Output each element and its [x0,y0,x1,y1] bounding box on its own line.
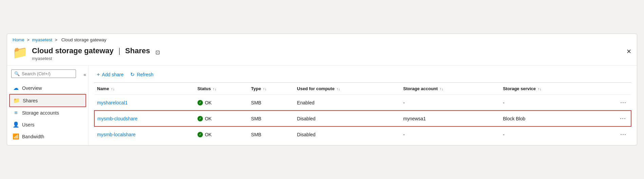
more-button[interactable]: ··· [618,98,628,107]
collapse-button[interactable]: « [81,71,88,78]
col-header-actions [596,83,631,95]
refresh-button[interactable]: ↻ Refresh [128,70,156,79]
col-header-type: Type ↑↓ [248,83,295,95]
sort-icon-name[interactable]: ↑↓ [111,87,115,91]
share-name-link[interactable]: mysharelocal1 [97,100,128,105]
sort-icon-compute[interactable]: ↑↓ [337,87,340,91]
table-row[interactable]: mysmb-localshare✓OKSMBDisabled--··· [94,126,631,142]
cell-more: ··· [596,95,631,111]
cell-name: mysmb-localshare [94,126,195,142]
resource-icon: 📁 [13,46,28,59]
sidebar-item-users[interactable]: 👤 Users [7,119,88,131]
add-share-label: Add share [102,72,124,77]
status-ok-icon: ✓ [197,132,203,137]
cell-compute: Disabled [294,111,400,126]
search-input[interactable] [22,71,73,76]
cell-status: ✓OK [195,95,248,111]
sidebar: 🔍 « ☁ Overview 📁 Shares ≡ Storage accoun… [7,65,89,145]
folder-icon: 📁 [13,97,20,104]
cloud-icon: ☁ [13,85,19,91]
shares-table-container: Name ↑↓ Status ↑↓ Type ↑↓ [94,82,631,142]
sidebar-item-overview[interactable]: ☁ Overview [7,82,88,94]
cell-storage-service: Block Blob [500,111,596,126]
sidebar-item-shares[interactable]: 📁 Shares [9,94,86,107]
close-button[interactable]: ✕ [626,48,631,55]
sort-icon-type[interactable]: ↑↓ [263,87,267,91]
add-share-button[interactable]: + Add share [94,70,126,79]
plus-icon: + [97,72,100,78]
status-ok-icon: ✓ [197,116,203,121]
share-name-link[interactable]: mysmb-cloudshare [97,116,137,121]
breadcrumb-current: Cloud storage gateway [61,37,107,42]
page-header: 📁 Cloud storage gateway | Shares myasete… [7,44,637,65]
toolbar: + Add share ↻ Refresh [94,65,631,82]
breadcrumb-home[interactable]: Home [13,37,24,42]
cell-type: SMB [248,111,295,126]
breadcrumb-myasetest[interactable]: myasetest [32,37,52,42]
cell-name: mysharelocal1 [94,95,195,111]
table-row[interactable]: mysharelocal1✓OKSMBEnabled--··· [94,95,631,111]
cell-compute: Disabled [294,126,400,142]
screen-icon-button[interactable]: ⊡ [154,48,161,57]
table-row[interactable]: mysmb-cloudshare✓OKSMBDisabledmynewsa1Bl… [94,111,631,126]
sidebar-label-overview: Overview [22,85,42,91]
cell-type: SMB [248,95,295,111]
sort-icon-storage-account[interactable]: ↑↓ [440,87,443,91]
sidebar-label-shares: Shares [23,98,38,103]
col-header-compute: Used for compute ↑↓ [294,83,400,95]
search-icon: 🔍 [14,71,20,76]
status-text: OK [205,116,212,121]
search-box[interactable]: 🔍 [11,69,76,78]
sidebar-label-storage-accounts: Storage accounts [22,110,59,116]
refresh-icon: ↻ [130,72,135,78]
sort-icon-status[interactable]: ↑↓ [213,87,216,91]
col-header-name: Name ↑↓ [94,83,195,95]
cell-more: ··· [596,111,631,126]
status-ok-icon: ✓ [197,100,203,105]
more-button[interactable]: ··· [618,114,628,123]
page-title: Cloud storage gateway | Shares [32,46,150,55]
sort-icon-storage-service[interactable]: ↑↓ [538,87,542,91]
storage-icon: ≡ [13,110,19,116]
col-header-storage-service: Storage service ↑↓ [500,83,596,95]
sidebar-label-users: Users [22,122,35,127]
refresh-label: Refresh [137,72,153,77]
sidebar-item-storage-accounts[interactable]: ≡ Storage accounts [7,107,88,119]
cell-type: SMB [248,126,295,142]
cell-status: ✓OK [195,111,248,126]
cell-compute: Enabled [294,95,400,111]
cell-storage-account: - [400,126,500,142]
cell-storage-account: mynewsa1 [400,111,500,126]
main-window: Home > myasetest > Cloud storage gateway… [7,34,637,145]
col-header-storage-account: Storage account ↑↓ [400,83,500,95]
cell-more: ··· [596,126,631,142]
cell-status: ✓OK [195,126,248,142]
cell-storage-account: - [400,95,500,111]
user-icon: 👤 [13,121,19,128]
share-name-link[interactable]: mysmb-localshare [97,132,136,137]
breadcrumb: Home > myasetest > Cloud storage gateway [7,34,637,44]
status-text: OK [205,100,212,105]
cell-name: mysmb-cloudshare [94,111,195,126]
more-button[interactable]: ··· [618,130,628,139]
cell-storage-service: - [500,126,596,142]
shares-table: Name ↑↓ Status ↑↓ Type ↑↓ [94,83,631,142]
cell-storage-service: - [500,95,596,111]
sidebar-item-bandwidth[interactable]: 📶 Bandwidth [7,131,88,142]
bandwidth-icon: 📶 [13,133,19,140]
main-content: + Add share ↻ Refresh Name ↑↓ [89,65,637,145]
page-subtitle: myasetest [32,56,150,61]
col-header-status: Status ↑↓ [195,83,248,95]
page-body: 🔍 « ☁ Overview 📁 Shares ≡ Storage accoun… [7,65,637,145]
sidebar-label-bandwidth: Bandwidth [22,134,44,139]
table-header-row: Name ↑↓ Status ↑↓ Type ↑↓ [94,83,631,95]
status-text: OK [205,132,212,137]
